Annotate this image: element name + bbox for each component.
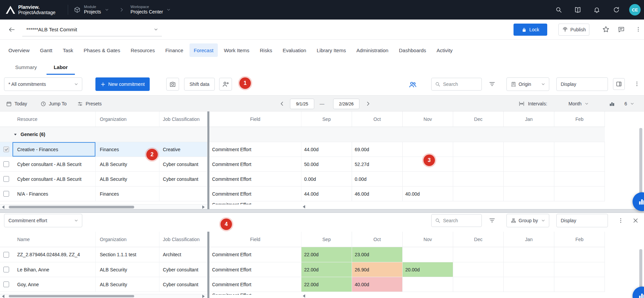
col-sep[interactable]: Sep <box>301 111 352 127</box>
today-button[interactable]: Today <box>6 96 27 112</box>
interval-unit-select[interactable]: Month <box>568 96 589 112</box>
col-dec[interactable]: Dec <box>453 232 504 247</box>
cell-jan[interactable] <box>504 262 554 277</box>
cell-oct[interactable]: 40.00d <box>352 277 403 292</box>
group-by-select[interactable]: Group by <box>506 214 549 227</box>
hscroll-left-arrow-right-pane[interactable] <box>303 205 305 208</box>
hscrollbar-left-pane[interactable] <box>0 294 207 298</box>
col-nov[interactable]: Nov <box>403 111 453 127</box>
cell-oct[interactable]: 52.27d <box>352 157 403 171</box>
shift-data-button[interactable]: Shift data <box>184 78 215 91</box>
filter-icon[interactable] <box>489 217 496 224</box>
cell-oct[interactable]: 0.00d <box>352 172 403 186</box>
cell-dec[interactable] <box>453 187 504 201</box>
filter-icon[interactable] <box>489 80 496 88</box>
cell-feb[interactable] <box>554 277 605 292</box>
jump-to-button[interactable]: Jump To <box>40 96 67 112</box>
cell-job-classification[interactable]: Cyber consultant <box>159 157 207 171</box>
cell-resource[interactable]: N/A - Finances <box>12 187 96 201</box>
origin-select[interactable]: Origin <box>506 77 549 91</box>
table-row[interactable]: Cyber consultant - ALB Securit ALB Secur… <box>0 172 605 187</box>
star-icon[interactable] <box>602 26 610 33</box>
tab-activity[interactable]: Activity <box>432 43 457 57</box>
resource-management-icon[interactable] <box>409 80 417 89</box>
interval-count-select[interactable]: 6 <box>624 96 635 112</box>
close-icon[interactable] <box>633 218 639 224</box>
cell-sep[interactable]: 50.00d <box>301 157 352 171</box>
lower-display-select[interactable]: Display <box>556 214 608 227</box>
cell-oct[interactable]: 23.00d <box>352 247 403 262</box>
cell-feb[interactable] <box>554 262 605 277</box>
cell-dec[interactable] <box>453 157 504 171</box>
cell-sep[interactable]: 22.00d <box>301 262 352 277</box>
cell-jan[interactable] <box>504 277 554 292</box>
col-field[interactable]: Field <box>209 111 301 127</box>
col-dec[interactable]: Dec <box>453 111 504 127</box>
upper-search-input[interactable] <box>443 81 477 87</box>
cell-sep[interactable]: 44.00d <box>301 187 352 201</box>
lower-mode-select[interactable]: Commitment effort <box>4 214 82 227</box>
subtab-summary[interactable]: Summary <box>8 61 44 75</box>
cell-dec[interactable] <box>453 142 504 157</box>
chart-fab-lower[interactable] <box>633 287 644 298</box>
vscrollbar-lower[interactable] <box>639 249 642 288</box>
cell-sep[interactable]: 44.00d <box>301 142 352 157</box>
snapshot-button[interactable] <box>166 78 179 91</box>
scroll-left-arrow-icon[interactable] <box>2 205 4 209</box>
col-job-classification[interactable]: Job Classification <box>159 232 207 247</box>
cell-sep[interactable]: 22.00d <box>301 247 352 262</box>
column-pane-splitter[interactable] <box>207 232 209 298</box>
bell-icon[interactable] <box>593 6 600 13</box>
checkbox-unchecked[interactable] <box>3 191 9 197</box>
col-oct[interactable]: Oct <box>352 111 403 127</box>
upper-search-box[interactable] <box>431 78 482 91</box>
tab-gantt[interactable]: Gantt <box>36 43 57 57</box>
cell-resource[interactable]: Creative - Finances <box>12 142 96 157</box>
tab-task[interactable]: Task <box>58 43 78 57</box>
tab-dashboards[interactable]: Dashboards <box>394 43 431 57</box>
col-jan[interactable]: Jan <box>504 111 554 127</box>
cell-job-classification[interactable]: Cyber consultant <box>159 277 207 292</box>
lower-more-icon[interactable] <box>618 218 624 224</box>
hscroll-left-arrow-right-pane[interactable] <box>303 294 305 298</box>
lower-search-input[interactable] <box>443 218 477 223</box>
tab-administration[interactable]: Administration <box>352 43 393 57</box>
table-row[interactable]: Cyber consultant - ALB Securit ALB Secur… <box>0 157 605 172</box>
module-switcher[interactable]: Module Projects <box>74 3 109 16</box>
interval-chart-icon[interactable] <box>609 101 615 107</box>
cell-jan[interactable] <box>504 157 554 171</box>
cell-nov[interactable] <box>403 172 453 186</box>
cell-name[interactable]: ZZ_2.879464.02484.89, ZZ_4 <box>12 247 96 262</box>
cell-oct[interactable]: 26.90d <box>352 262 403 277</box>
lower-search-box[interactable] <box>431 214 482 227</box>
col-nov[interactable]: Nov <box>403 232 453 247</box>
scroll-right-arrow-icon[interactable] <box>202 205 205 209</box>
table-row[interactable]: N/A - Finances Finances Commitment Effor… <box>0 187 605 201</box>
vscrollbar-upper[interactable] <box>639 128 642 195</box>
column-pane-splitter[interactable] <box>207 111 209 209</box>
feedback-icon[interactable] <box>618 26 625 33</box>
cell-dec[interactable] <box>453 247 504 262</box>
assign-resource-button[interactable] <box>219 78 232 91</box>
display-select[interactable]: Display <box>556 77 608 91</box>
col-resource[interactable]: Resource <box>12 111 96 127</box>
tab-library-items[interactable]: Library Items <box>312 43 350 57</box>
cell-organization[interactable]: Section 1.1.1 test <box>96 247 159 262</box>
tab-resources[interactable]: Resources <box>126 43 159 57</box>
chart-fab-upper[interactable] <box>633 192 644 211</box>
table-row[interactable]: Creative - Finances Finances Creative Co… <box>0 142 605 157</box>
cell-organization[interactable]: ALB Security <box>96 172 159 186</box>
tab-risks[interactable]: Risks <box>255 43 276 57</box>
hscrollbar-left-pane[interactable] <box>0 204 207 209</box>
cell-resource[interactable]: Cyber consultant - ALB Securit <box>12 172 96 186</box>
tab-work-items[interactable]: Work Items <box>219 43 254 57</box>
cell-dec[interactable] <box>453 172 504 186</box>
avatar[interactable]: CE <box>629 4 641 15</box>
cell-nov[interactable] <box>403 247 453 262</box>
table-row[interactable]: ZZ_2.879464.02484.89, ZZ_4 Section 1.1.1… <box>0 247 605 262</box>
new-commitment-button[interactable]: New commitment <box>95 77 150 91</box>
checkbox-unchecked[interactable] <box>3 252 9 258</box>
cell-organization[interactable]: ALB Security <box>96 277 159 292</box>
back-arrow-icon[interactable] <box>8 26 16 33</box>
col-organization[interactable]: Organization <box>96 232 159 247</box>
